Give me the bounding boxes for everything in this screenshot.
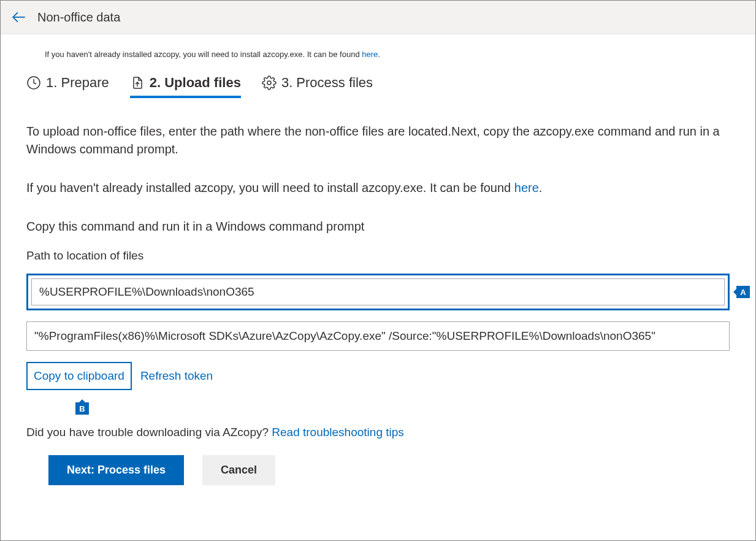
- cancel-button[interactable]: Cancel: [202, 455, 275, 485]
- page-title: Non-office data: [37, 10, 120, 25]
- install-text-before: If you haven't already installed azcopy,…: [26, 181, 514, 194]
- path-highlight: A: [26, 274, 730, 310]
- tab-upload-label: 2. Upload files: [150, 75, 241, 91]
- clock-icon: [26, 75, 41, 90]
- content-area: If you haven't already installed azcopy,…: [1, 34, 755, 540]
- install-text-after: .: [539, 181, 543, 194]
- next-button[interactable]: Next: Process files: [48, 455, 184, 485]
- install-hint-small-after: .: [378, 50, 380, 59]
- callout-b: B: [75, 402, 89, 415]
- tabs: 1. Prepare 2. Upload files 3. Process fi…: [26, 75, 730, 98]
- gear-icon: [262, 75, 277, 90]
- svg-point-3: [267, 81, 271, 85]
- window: Non-office data If you haven't already i…: [0, 0, 756, 541]
- tab-upload[interactable]: 2. Upload files: [130, 75, 241, 98]
- install-hint-small-text: If you haven't already installed azcopy,…: [45, 50, 362, 59]
- install-hint-small: If you haven't already installed azcopy,…: [45, 50, 730, 59]
- tab-prepare[interactable]: 1. Prepare: [26, 75, 109, 98]
- callout-a: A: [736, 286, 750, 298]
- header-bar: Non-office data: [1, 1, 755, 34]
- link-row: Copy to clipboard Refresh token B: [26, 362, 730, 390]
- copy-to-clipboard-button[interactable]: Copy to clipboard: [26, 362, 132, 390]
- action-row: Next: Process files Cancel: [48, 455, 730, 485]
- install-hint-small-link[interactable]: here: [362, 50, 378, 59]
- tab-prepare-label: 1. Prepare: [46, 75, 109, 91]
- path-label: Path to location of files: [26, 249, 730, 263]
- command-box[interactable]: "%ProgramFiles(x86)%\Microsoft SDKs\Azur…: [26, 321, 730, 351]
- install-link[interactable]: here: [514, 181, 539, 194]
- trouble-text-prefix: Did you have trouble downloading via AZc…: [26, 426, 272, 439]
- file-upload-icon: [130, 75, 145, 90]
- intro-text: To upload non-office files, enter the pa…: [26, 123, 730, 158]
- refresh-token-button[interactable]: Refresh token: [140, 369, 213, 383]
- back-arrow-icon[interactable]: [9, 7, 29, 27]
- path-input[interactable]: [31, 278, 725, 305]
- tab-process-label: 3. Process files: [281, 75, 373, 91]
- trouble-text: Did you have trouble downloading via AZc…: [26, 426, 730, 439]
- copy-command-text: Copy this command and run it in a Window…: [26, 218, 730, 236]
- tab-process[interactable]: 3. Process files: [262, 75, 373, 98]
- install-text: If you haven't already installed azcopy,…: [26, 179, 730, 197]
- troubleshooting-link[interactable]: Read troubleshooting tips: [272, 426, 403, 439]
